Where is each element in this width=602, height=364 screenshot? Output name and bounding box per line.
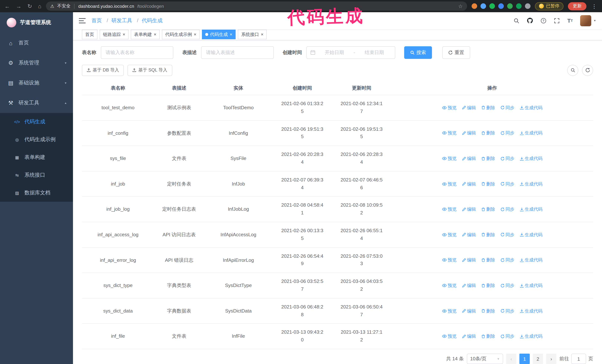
- sidebar-item[interactable]: ⌂ 首页: [0, 33, 73, 53]
- sync-link[interactable]: 同步: [500, 104, 514, 111]
- edit-link[interactable]: 编辑: [462, 231, 476, 238]
- sync-link[interactable]: 同步: [500, 308, 514, 314]
- tab[interactable]: 表单构建 ×: [131, 30, 160, 39]
- goto-page-input[interactable]: [571, 354, 586, 364]
- help-icon[interactable]: ?: [541, 18, 547, 24]
- extension-icon[interactable]: [516, 3, 522, 9]
- generate-code-link[interactable]: 生成代码: [520, 206, 543, 213]
- preview-link[interactable]: 预览: [442, 104, 457, 111]
- delete-link[interactable]: 删除: [481, 282, 495, 289]
- tab[interactable]: 链路追踪 ×: [100, 30, 129, 39]
- extension-icon[interactable]: [489, 3, 495, 9]
- user-menu[interactable]: ▼: [580, 15, 596, 26]
- delete-link[interactable]: 删除: [481, 155, 495, 162]
- generate-code-link[interactable]: 生成代码: [520, 130, 543, 136]
- delete-link[interactable]: 删除: [481, 206, 495, 213]
- sync-link[interactable]: 同步: [500, 155, 514, 162]
- generate-code-link[interactable]: 生成代码: [520, 282, 543, 289]
- address-bar[interactable]: ⚠ 不安全 dashboard.yudao.iocoder.cn /tool/c…: [46, 1, 467, 11]
- bookmark-star-icon[interactable]: ☆: [458, 3, 463, 9]
- search-icon[interactable]: [514, 18, 520, 24]
- generate-code-link[interactable]: 生成代码: [520, 333, 543, 340]
- hamburger-icon[interactable]: [79, 18, 86, 24]
- fullscreen-icon[interactable]: [554, 18, 560, 24]
- page-size-select[interactable]: 10条/页 ▼: [467, 354, 503, 364]
- browser-menu-icon[interactable]: ⋮: [591, 3, 598, 9]
- sidebar-item[interactable]: ▤ 基础设施 ▼: [0, 73, 73, 93]
- close-icon[interactable]: ×: [261, 32, 263, 37]
- page-number-button[interactable]: 2: [533, 354, 543, 364]
- sidebar-subitem[interactable]: ◎ 代码生成示例: [0, 131, 73, 148]
- preview-link[interactable]: 预览: [442, 180, 457, 187]
- sync-link[interactable]: 同步: [500, 333, 514, 340]
- extension-icon[interactable]: [481, 3, 486, 9]
- preview-link[interactable]: 预览: [442, 333, 457, 340]
- github-icon[interactable]: [527, 18, 533, 24]
- breadcrumb-item[interactable]: 代码生成: [142, 17, 162, 23]
- edit-link[interactable]: 编辑: [462, 206, 476, 213]
- breadcrumb-item[interactable]: 研发工具: [111, 17, 132, 23]
- generate-code-link[interactable]: 生成代码: [520, 180, 543, 187]
- paused-badge[interactable]: 已暂停: [535, 2, 563, 10]
- sync-link[interactable]: 同步: [500, 180, 514, 187]
- tab[interactable]: 系统接口 ×: [238, 30, 267, 39]
- forward-icon[interactable]: →: [16, 3, 22, 9]
- tab[interactable]: 代码生成示例 ×: [162, 30, 200, 39]
- sidebar-item[interactable]: ⚙ 系统管理 ▼: [0, 53, 73, 73]
- close-icon[interactable]: ×: [230, 32, 232, 37]
- close-icon[interactable]: ×: [123, 32, 125, 37]
- sidebar-item[interactable]: ⚒ 研发工具 ▲: [0, 93, 73, 113]
- close-icon[interactable]: ×: [154, 32, 156, 37]
- tab[interactable]: 首页 ×: [82, 30, 97, 39]
- generate-code-link[interactable]: 生成代码: [520, 308, 543, 314]
- extension-icon[interactable]: [507, 3, 513, 9]
- preview-link[interactable]: 预览: [442, 282, 457, 289]
- preview-link[interactable]: 预览: [442, 257, 457, 263]
- next-page-button[interactable]: ›: [546, 354, 556, 364]
- import-db-button[interactable]: 基于 DB 导入: [82, 65, 124, 76]
- sidebar-subitem[interactable]: ▦ 表单构建: [0, 148, 73, 166]
- update-button[interactable]: 更新: [568, 2, 586, 10]
- edit-link[interactable]: 编辑: [462, 180, 476, 187]
- sidebar-subitem[interactable]: </> 代码生成: [0, 113, 73, 131]
- font-size-icon[interactable]: TT: [567, 18, 573, 24]
- sidebar-subitem[interactable]: ▨ 数据库文档: [0, 184, 73, 202]
- extension-icon[interactable]: [498, 3, 504, 9]
- preview-link[interactable]: 预览: [442, 231, 457, 238]
- refresh-table-button[interactable]: [582, 65, 593, 76]
- date-range-picker[interactable]: 开始日期 - 结束日期: [306, 46, 395, 59]
- sync-link[interactable]: 同步: [500, 206, 514, 213]
- delete-link[interactable]: 删除: [481, 104, 495, 111]
- preview-link[interactable]: 预览: [442, 130, 457, 136]
- delete-link[interactable]: 删除: [481, 130, 495, 136]
- sync-link[interactable]: 同步: [500, 257, 514, 263]
- home-icon[interactable]: ⌂: [38, 3, 41, 9]
- back-icon[interactable]: ←: [4, 3, 10, 9]
- close-icon[interactable]: ×: [194, 32, 196, 37]
- search-button[interactable]: 搜索: [404, 46, 432, 59]
- edit-link[interactable]: 编辑: [462, 282, 476, 289]
- sync-link[interactable]: 同步: [500, 130, 514, 136]
- reset-button[interactable]: 重置: [442, 46, 470, 59]
- avatar[interactable]: [580, 15, 591, 26]
- table-name-input[interactable]: [101, 46, 173, 59]
- generate-code-link[interactable]: 生成代码: [520, 104, 543, 111]
- preview-link[interactable]: 预览: [442, 155, 457, 162]
- page-number-button[interactable]: 1: [519, 354, 530, 364]
- edit-link[interactable]: 编辑: [462, 155, 476, 162]
- delete-link[interactable]: 删除: [481, 231, 495, 238]
- sync-link[interactable]: 同步: [500, 282, 514, 289]
- tab[interactable]: 代码生成 ×: [202, 30, 236, 39]
- extension-icon[interactable]: [525, 3, 530, 9]
- edit-link[interactable]: 编辑: [462, 257, 476, 263]
- delete-link[interactable]: 删除: [481, 333, 495, 340]
- edit-link[interactable]: 编辑: [462, 104, 476, 111]
- preview-link[interactable]: 预览: [442, 308, 457, 314]
- edit-link[interactable]: 编辑: [462, 333, 476, 340]
- generate-code-link[interactable]: 生成代码: [520, 231, 543, 238]
- prev-page-button[interactable]: ‹: [506, 354, 516, 364]
- generate-code-link[interactable]: 生成代码: [520, 257, 543, 263]
- table-desc-input[interactable]: [201, 46, 274, 59]
- sidebar-subitem[interactable]: ⇆ 系统接口: [0, 166, 73, 184]
- extension-icon[interactable]: [472, 3, 477, 9]
